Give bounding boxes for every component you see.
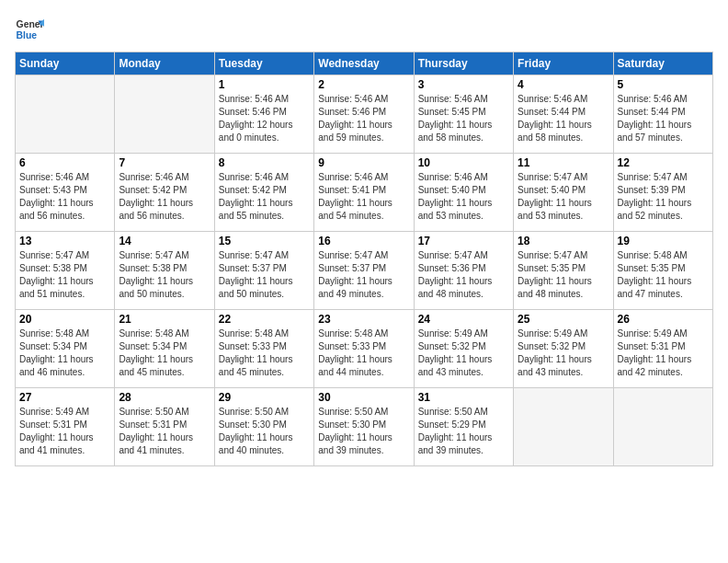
- day-number: 18: [518, 235, 609, 247]
- day-number: 3: [418, 78, 509, 91]
- day-number: 17: [418, 235, 509, 247]
- day-number: 12: [618, 156, 709, 169]
- svg-text:Blue: Blue: [17, 30, 38, 40]
- calendar-cell: 28Sunrise: 5:50 AMSunset: 5:31 PMDayligh…: [115, 388, 214, 466]
- week-row-1: 1Sunrise: 5:46 AMSunset: 5:46 PMDaylight…: [16, 75, 713, 154]
- day-number: 20: [19, 313, 110, 326]
- calendar-cell: 8Sunrise: 5:46 AMSunset: 5:42 PMDaylight…: [214, 154, 313, 232]
- day-number: 8: [219, 156, 310, 169]
- day-number: 30: [318, 391, 409, 404]
- day-number: 10: [418, 156, 509, 169]
- calendar-cell: 21Sunrise: 5:48 AMSunset: 5:34 PMDayligh…: [115, 310, 214, 388]
- weekday-header-sunday: Sunday: [16, 52, 115, 75]
- calendar-cell: [514, 388, 613, 466]
- weekday-header-friday: Friday: [514, 52, 613, 75]
- calendar-cell: 6Sunrise: 5:46 AMSunset: 5:43 PMDaylight…: [16, 154, 115, 232]
- calendar-cell: 23Sunrise: 5:48 AMSunset: 5:33 PMDayligh…: [314, 310, 414, 388]
- day-number: 11: [518, 156, 609, 169]
- calendar-cell: 4Sunrise: 5:46 AMSunset: 5:44 PMDaylight…: [514, 75, 613, 154]
- weekday-header-row: SundayMondayTuesdayWednesdayThursdayFrid…: [16, 52, 713, 75]
- weekday-header-thursday: Thursday: [414, 52, 513, 75]
- day-number: 19: [618, 235, 709, 247]
- calendar-cell: 10Sunrise: 5:46 AMSunset: 5:40 PMDayligh…: [414, 154, 513, 232]
- day-info: Sunrise: 5:48 AMSunset: 5:34 PMDaylight:…: [119, 327, 210, 379]
- calendar-cell: 24Sunrise: 5:49 AMSunset: 5:32 PMDayligh…: [414, 310, 513, 388]
- day-info: Sunrise: 5:47 AMSunset: 5:37 PMDaylight:…: [318, 249, 409, 301]
- page-header: General Blue: [15, 15, 713, 44]
- calendar-cell: 29Sunrise: 5:50 AMSunset: 5:30 PMDayligh…: [214, 388, 313, 466]
- calendar-cell: 7Sunrise: 5:46 AMSunset: 5:42 PMDaylight…: [115, 154, 214, 232]
- day-number: 24: [418, 313, 509, 326]
- day-number: 28: [119, 391, 210, 404]
- week-row-4: 20Sunrise: 5:48 AMSunset: 5:34 PMDayligh…: [16, 310, 713, 388]
- day-info: Sunrise: 5:47 AMSunset: 5:38 PMDaylight:…: [19, 249, 110, 301]
- day-number: 2: [318, 78, 409, 91]
- weekday-header-tuesday: Tuesday: [214, 52, 313, 75]
- calendar-cell: [16, 75, 115, 154]
- day-info: Sunrise: 5:50 AMSunset: 5:30 PMDaylight:…: [318, 406, 409, 457]
- calendar-cell: 15Sunrise: 5:47 AMSunset: 5:37 PMDayligh…: [214, 232, 313, 310]
- day-info: Sunrise: 5:46 AMSunset: 5:44 PMDaylight:…: [618, 93, 709, 144]
- day-number: 29: [219, 391, 310, 404]
- day-number: 22: [219, 313, 310, 326]
- day-number: 7: [119, 156, 210, 169]
- day-info: Sunrise: 5:47 AMSunset: 5:35 PMDaylight:…: [518, 249, 609, 301]
- calendar-cell: 19Sunrise: 5:48 AMSunset: 5:35 PMDayligh…: [613, 232, 712, 310]
- calendar-cell: 12Sunrise: 5:47 AMSunset: 5:39 PMDayligh…: [613, 154, 712, 232]
- day-number: 16: [318, 235, 409, 247]
- day-info: Sunrise: 5:48 AMSunset: 5:33 PMDaylight:…: [318, 327, 409, 379]
- day-info: Sunrise: 5:47 AMSunset: 5:40 PMDaylight:…: [518, 171, 609, 223]
- day-info: Sunrise: 5:48 AMSunset: 5:34 PMDaylight:…: [19, 327, 110, 379]
- day-number: 4: [518, 78, 609, 91]
- weekday-header-wednesday: Wednesday: [314, 52, 414, 75]
- day-info: Sunrise: 5:46 AMSunset: 5:46 PMDaylight:…: [318, 93, 409, 144]
- day-info: Sunrise: 5:46 AMSunset: 5:46 PMDaylight:…: [219, 93, 310, 144]
- calendar-cell: 3Sunrise: 5:46 AMSunset: 5:45 PMDaylight…: [414, 75, 513, 154]
- calendar-cell: [613, 388, 712, 466]
- day-info: Sunrise: 5:46 AMSunset: 5:42 PMDaylight:…: [119, 171, 210, 223]
- calendar-cell: 2Sunrise: 5:46 AMSunset: 5:46 PMDaylight…: [314, 75, 414, 154]
- calendar-cell: 14Sunrise: 5:47 AMSunset: 5:38 PMDayligh…: [115, 232, 214, 310]
- logo: General Blue: [15, 15, 44, 44]
- day-info: Sunrise: 5:49 AMSunset: 5:31 PMDaylight:…: [618, 327, 709, 379]
- weekday-header-saturday: Saturday: [613, 52, 712, 75]
- day-info: Sunrise: 5:50 AMSunset: 5:30 PMDaylight:…: [219, 406, 310, 457]
- day-number: 23: [318, 313, 409, 326]
- day-number: 9: [318, 156, 409, 169]
- calendar-cell: 9Sunrise: 5:46 AMSunset: 5:41 PMDaylight…: [314, 154, 414, 232]
- calendar-cell: 16Sunrise: 5:47 AMSunset: 5:37 PMDayligh…: [314, 232, 414, 310]
- logo-icon: General Blue: [15, 15, 44, 44]
- day-info: Sunrise: 5:46 AMSunset: 5:42 PMDaylight:…: [219, 171, 310, 223]
- calendar-cell: 22Sunrise: 5:48 AMSunset: 5:33 PMDayligh…: [214, 310, 313, 388]
- calendar-cell: 1Sunrise: 5:46 AMSunset: 5:46 PMDaylight…: [214, 75, 313, 154]
- day-number: 14: [119, 235, 210, 247]
- calendar-table: SundayMondayTuesdayWednesdayThursdayFrid…: [15, 52, 713, 466]
- day-info: Sunrise: 5:50 AMSunset: 5:31 PMDaylight:…: [119, 406, 210, 457]
- day-number: 27: [19, 391, 110, 404]
- calendar-cell: 31Sunrise: 5:50 AMSunset: 5:29 PMDayligh…: [414, 388, 513, 466]
- calendar-cell: 27Sunrise: 5:49 AMSunset: 5:31 PMDayligh…: [16, 388, 115, 466]
- calendar-cell: 13Sunrise: 5:47 AMSunset: 5:38 PMDayligh…: [16, 232, 115, 310]
- day-info: Sunrise: 5:48 AMSunset: 5:33 PMDaylight:…: [219, 327, 310, 379]
- day-info: Sunrise: 5:49 AMSunset: 5:31 PMDaylight:…: [19, 406, 110, 457]
- calendar-cell: 20Sunrise: 5:48 AMSunset: 5:34 PMDayligh…: [16, 310, 115, 388]
- day-number: 6: [19, 156, 110, 169]
- day-info: Sunrise: 5:46 AMSunset: 5:44 PMDaylight:…: [518, 93, 609, 144]
- calendar-cell: 18Sunrise: 5:47 AMSunset: 5:35 PMDayligh…: [514, 232, 613, 310]
- day-number: 21: [119, 313, 210, 326]
- calendar-cell: 26Sunrise: 5:49 AMSunset: 5:31 PMDayligh…: [613, 310, 712, 388]
- calendar-cell: [115, 75, 214, 154]
- day-info: Sunrise: 5:48 AMSunset: 5:35 PMDaylight:…: [618, 249, 709, 301]
- day-number: 5: [618, 78, 709, 91]
- day-info: Sunrise: 5:47 AMSunset: 5:37 PMDaylight:…: [219, 249, 310, 301]
- day-info: Sunrise: 5:46 AMSunset: 5:41 PMDaylight:…: [318, 171, 409, 223]
- weekday-header-monday: Monday: [115, 52, 214, 75]
- week-row-2: 6Sunrise: 5:46 AMSunset: 5:43 PMDaylight…: [16, 154, 713, 232]
- day-number: 26: [618, 313, 709, 326]
- day-info: Sunrise: 5:47 AMSunset: 5:39 PMDaylight:…: [618, 171, 709, 223]
- day-info: Sunrise: 5:46 AMSunset: 5:45 PMDaylight:…: [418, 93, 509, 144]
- day-info: Sunrise: 5:47 AMSunset: 5:38 PMDaylight:…: [119, 249, 210, 301]
- day-number: 1: [219, 78, 310, 91]
- calendar-cell: 30Sunrise: 5:50 AMSunset: 5:30 PMDayligh…: [314, 388, 414, 466]
- day-number: 15: [219, 235, 310, 247]
